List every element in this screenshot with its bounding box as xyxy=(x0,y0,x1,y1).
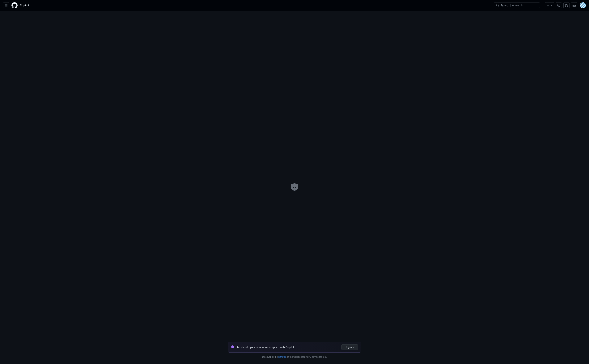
header-right: Type / to search xyxy=(494,2,586,8)
search-icon xyxy=(496,4,499,7)
discover-text: Discover all the benefits of the world's… xyxy=(262,356,327,358)
issues-button[interactable] xyxy=(556,2,562,8)
pull-request-icon xyxy=(565,4,568,7)
app-header: Copilot Type / to search xyxy=(0,0,589,11)
copilot-icon xyxy=(290,182,299,192)
hamburger-icon xyxy=(5,4,8,7)
github-icon xyxy=(12,2,18,8)
search-input[interactable]: Type / to search xyxy=(494,2,540,8)
inbox-icon xyxy=(573,4,576,7)
footer-section: Accelerate your development speed with C… xyxy=(228,342,361,358)
github-logo[interactable] xyxy=(12,2,18,8)
search-kbd: / xyxy=(507,4,511,7)
issue-icon xyxy=(557,4,560,7)
create-new-button[interactable] xyxy=(545,2,554,8)
plus-icon xyxy=(546,4,549,7)
promo-text: Accelerate your development speed with C… xyxy=(237,346,341,349)
header-left: Copilot xyxy=(3,2,29,8)
search-placeholder: Type / to search xyxy=(501,4,523,7)
copilot-logo xyxy=(290,182,299,193)
app-title: Copilot xyxy=(20,4,29,7)
triangle-down-icon xyxy=(550,4,552,6)
pull-requests-button[interactable] xyxy=(563,2,569,8)
benefits-link[interactable]: benefits xyxy=(278,356,286,358)
copilot-small-icon xyxy=(231,345,234,349)
upgrade-button[interactable]: Upgrade xyxy=(341,344,358,350)
inbox-button[interactable] xyxy=(571,2,577,8)
user-avatar[interactable] xyxy=(580,2,586,8)
promo-banner: Accelerate your development speed with C… xyxy=(228,342,361,352)
main-content: Accelerate your development speed with C… xyxy=(0,11,589,364)
hamburger-menu-button[interactable] xyxy=(3,2,9,8)
